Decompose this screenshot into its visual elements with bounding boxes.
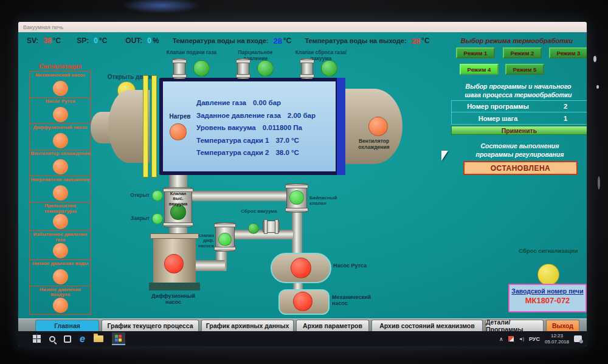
task-view-icon[interactable] bbox=[64, 335, 71, 343]
edge-browser-icon[interactable]: e bbox=[80, 334, 85, 344]
tab-archive-data-chart[interactable]: График архивных данных bbox=[201, 320, 294, 331]
cooling-fan-label: Вентилятор охлаждения bbox=[347, 139, 401, 150]
alarm-item-fan: Вентилятор охлаждения bbox=[29, 150, 91, 176]
alarm-lamp bbox=[53, 269, 68, 284]
notification-center-icon[interactable] bbox=[574, 335, 582, 342]
alarm-item-low-water: Низкое давление воды bbox=[29, 260, 91, 286]
reading-value: 2.00 бар bbox=[288, 112, 316, 119]
high-vacuum-valve-label: Клапан выс. вакуума bbox=[165, 191, 192, 207]
search-icon[interactable] bbox=[49, 336, 55, 342]
sp-label: SP: bbox=[77, 36, 89, 45]
reading-label: Температура садки 2 bbox=[196, 149, 269, 156]
alarm-lamp bbox=[53, 298, 68, 313]
program-number-value[interactable]: 2 bbox=[544, 103, 587, 110]
gas-release-valve-lamp bbox=[321, 60, 337, 77]
water-out-value: 28 bbox=[412, 36, 420, 46]
tab-exit[interactable]: Выход bbox=[546, 320, 579, 331]
bezel-reflection bbox=[596, 85, 599, 89]
alarm-item-heaters: Нагреватели замыкание bbox=[29, 176, 91, 202]
bezel-button-glint bbox=[598, 176, 600, 190]
apply-button[interactable]: Применить bbox=[451, 126, 587, 135]
program-title-line1: Выбор программы и начального bbox=[466, 83, 572, 90]
water-in-value: 28 bbox=[274, 36, 282, 46]
reading-value: 0.011800 Па bbox=[263, 124, 302, 131]
cooling-fan-lamp bbox=[368, 117, 388, 136]
out-unit: % bbox=[153, 36, 159, 45]
tray-expand-icon[interactable]: ∧ bbox=[499, 336, 503, 342]
gas-supply-valve bbox=[173, 58, 185, 79]
tab-mechanism-state-archive[interactable]: Архив состояний механизмов bbox=[371, 320, 483, 331]
reading-label: Температура садки 1 bbox=[196, 137, 269, 144]
valve-open-label: Открыт bbox=[124, 193, 150, 199]
alarm-label: Насос Рутса bbox=[46, 99, 75, 105]
reading-charge-temp-1: Температура садки 1 37.0 °C bbox=[196, 137, 316, 144]
hv-pipe bbox=[169, 175, 187, 188]
mode-4-button[interactable]: Режим 4 bbox=[460, 64, 499, 75]
bypass-valve-label: Байпасный клапан bbox=[309, 196, 350, 207]
language-indicator[interactable]: РУС bbox=[529, 336, 540, 342]
alarm-item-mech-pump: Механический насос bbox=[29, 71, 91, 98]
alarm-label: Нагреватели замыкание bbox=[31, 177, 89, 183]
water-out-unit: °C bbox=[421, 36, 429, 45]
active-app-icon[interactable] bbox=[112, 332, 125, 345]
mode-5-button[interactable]: Режим 5 bbox=[505, 64, 544, 75]
program-title-line2: шага процесса термообработки bbox=[465, 91, 572, 98]
bezel-reflection bbox=[593, 56, 596, 62]
reading-gas-setpoint: Заданное давление газа 2.00 бар bbox=[196, 112, 316, 119]
alarm-lamp bbox=[53, 133, 68, 148]
taskbar-clock[interactable]: 12:23 05.07.2018 bbox=[545, 333, 569, 345]
tab-parameter-archive[interactable]: Архив параметров bbox=[296, 320, 369, 331]
partial-pressure-valve bbox=[237, 58, 249, 79]
diff-pump-valve-lamp bbox=[218, 233, 232, 246]
mode-panel-title: Выбор режима термообработки bbox=[444, 37, 587, 44]
start-button-icon[interactable] bbox=[33, 335, 41, 343]
vacuum-release-lamp bbox=[248, 223, 259, 234]
mode-1-button[interactable]: Режим 1 bbox=[456, 47, 495, 58]
mode-3-button[interactable]: Режим 3 bbox=[549, 47, 587, 58]
tab-parts-programs[interactable]: Детали/Программы bbox=[485, 320, 544, 331]
out-label: OUT: bbox=[125, 36, 142, 45]
reading-vacuum-level: Уровень вакуума 0.011800 Па bbox=[196, 124, 316, 131]
tray-flag-icon[interactable] bbox=[508, 336, 514, 342]
alarm-reset-button[interactable] bbox=[537, 264, 559, 286]
alarm-lamp bbox=[53, 159, 68, 174]
alarm-item-roots-pump: Насос Рутса bbox=[29, 98, 91, 124]
tab-current-process-chart[interactable]: График текущего процесса bbox=[102, 320, 199, 331]
water-in-unit: °C bbox=[283, 36, 291, 45]
alarm-label: Диффузионный насос bbox=[33, 125, 87, 131]
reading-gas-pressure: Давление газа 0.00 бар bbox=[196, 99, 316, 106]
bypass-down-pipe bbox=[292, 213, 302, 255]
reading-value: 38.0 °C bbox=[275, 149, 299, 156]
door-flange-bar bbox=[143, 75, 148, 177]
tab-main[interactable]: Главная bbox=[35, 320, 99, 331]
monitor-glare bbox=[122, 0, 201, 13]
step-number-value[interactable]: 1 bbox=[544, 115, 587, 122]
speaker-icon[interactable]: ◄) bbox=[519, 337, 524, 341]
sp-value: 0 bbox=[94, 36, 98, 45]
furnace-rear-flange bbox=[337, 78, 345, 175]
program-number-row[interactable]: Номер программы 2 bbox=[451, 100, 587, 112]
file-explorer-icon[interactable] bbox=[94, 335, 103, 342]
mode-2-button[interactable]: Режим 2 bbox=[503, 47, 542, 58]
gas-supply-valve-lamp bbox=[193, 60, 210, 77]
vacuum-release-valve bbox=[263, 221, 280, 233]
door-flange-bar bbox=[151, 75, 157, 177]
program-panel-title: Выбор программы и начального шага процес… bbox=[447, 83, 587, 99]
alarm-panel: Механический насос Насос Рутса Диффузион… bbox=[29, 71, 91, 315]
reading-label: Уровень вакуума bbox=[196, 124, 256, 131]
status-title-line1: Состояние выполнения bbox=[481, 142, 559, 149]
sv-label: SV: bbox=[27, 36, 38, 45]
alarm-item-gas-overpressure: Избыточное давление газа bbox=[29, 231, 91, 259]
mechanical-pump-lamp bbox=[293, 292, 313, 311]
reading-label: Давление газа bbox=[196, 99, 246, 106]
partial-pressure-valve-lamp bbox=[257, 60, 274, 77]
step-number-row[interactable]: Номер шага 1 bbox=[451, 112, 587, 125]
alarm-label: Превышение температуры bbox=[30, 204, 90, 214]
gas-release-valve bbox=[301, 58, 313, 79]
system-tray: ∧ ◄) РУС 12:23 05.07.2018 bbox=[499, 333, 582, 345]
window-titlebar: Вакуумная печь bbox=[18, 22, 587, 32]
alarm-item-overtemp: Превышение температуры bbox=[29, 202, 91, 231]
valve-closed-label: Закрыт bbox=[124, 216, 150, 222]
diffusion-pump-label: Диффузионный насос bbox=[143, 293, 204, 305]
furnace-readings: Давление газа 0.00 бар Заданное давление… bbox=[196, 99, 316, 162]
